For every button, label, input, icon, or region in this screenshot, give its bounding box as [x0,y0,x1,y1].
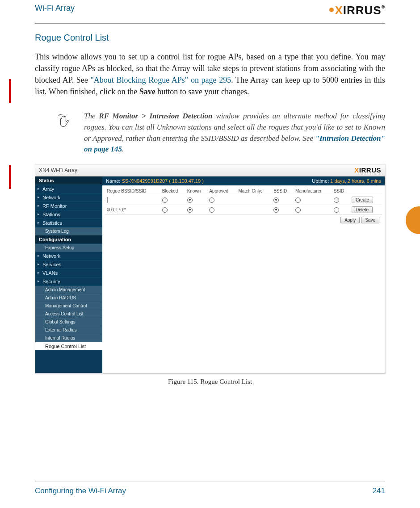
nav-current-rogue-control-list[interactable]: Rogue Control List [35,342,102,350]
nav-sub-internal-radius[interactable]: Internal Radius [35,334,102,342]
col-blocked: Blocked [160,187,185,195]
footer-section: Configuring the Wi-Fi Array [35,487,126,495]
nav-item-array[interactable]: Array [35,185,102,193]
nav-sub-admin-radius[interactable]: Admin RADIUS [35,294,102,302]
figure-caption: Figure 115. Rogue Control List [35,378,385,386]
embedded-screenshot: XN4 Wi-Fi Array XIRRUS Status Array Netw… [35,164,385,374]
window-titlebar: XN4 Wi-Fi Array XIRRUS [35,164,385,176]
bssid-input[interactable] [107,197,108,203]
uptime-value: 1 days, 2 hours, 6 mins [330,178,381,184]
nav-item-rf-monitor[interactable]: RF Monitor [35,202,102,210]
nav-item-network-cfg[interactable]: Network [35,252,102,260]
note-block: The RF Monitor > Intrusion Detection win… [57,111,385,155]
radio-blocked[interactable] [162,197,168,203]
radio-match-ssid[interactable] [334,197,339,203]
radio-match-bssid[interactable] [273,207,279,213]
nav-sub-express-setup[interactable]: Express Setup [35,244,102,252]
col-known: Known [185,187,208,195]
radio-blocked[interactable] [162,207,168,213]
radio-match-manufacturer[interactable] [295,207,301,213]
radio-match-ssid[interactable] [334,207,339,213]
col-ssid: SSID [332,187,350,195]
nav-heading-configuration: Configuration [35,235,102,244]
radio-known[interactable] [187,197,193,203]
radio-match-manufacturer[interactable] [295,197,301,203]
create-button[interactable]: Create [352,197,373,203]
main-panel: Name: SS-XN0429091D207 ( 10.100.47.19 ) … [102,176,385,373]
save-keyword: Save [139,87,155,96]
name-value: SS-XN0429091D207 ( 10.100.47.19 ) [122,178,203,184]
table-row: 00:0f:7d:* Delete [105,205,382,214]
window-title: XN4 Wi-Fi Array [39,167,77,173]
footer-page-number: 241 [373,487,385,495]
nav-item-services[interactable]: Services [35,260,102,269]
nav-sub-external-radius[interactable]: External Radius [35,326,102,334]
uptime-label: Uptime: [312,178,329,184]
rogue-table: Rogue BSSID/SSID Blocked Known Approved … [105,187,382,215]
save-button[interactable]: Save [361,217,379,223]
nav-sub-admin-management[interactable]: Admin Management [35,286,102,294]
apply-button[interactable]: Apply [340,217,360,223]
radio-match-bssid[interactable] [273,197,279,203]
side-tab-icon [406,206,420,234]
body-paragraph: This window allows you to set up a contr… [35,51,385,97]
col-bssid-ssid: Rogue BSSID/SSID [105,187,160,195]
bssid-cell: 00:0f:7d:* [105,205,160,214]
crossref-link[interactable]: "About Blocking Rogue APs" on page 295 [91,76,231,84]
col-approved: Approved [207,187,236,195]
nav-item-security[interactable]: Security [35,277,102,286]
nav-sub-global-settings[interactable]: Global Settings [35,318,102,326]
brand-logo: XIRRUS® [329,4,385,17]
radio-known[interactable] [187,207,193,213]
nav-item-network[interactable]: Network [35,193,102,202]
nav-item-stations[interactable]: Stations [35,210,102,219]
col-match-only: Match Only: [236,187,272,195]
hand-note-icon [57,111,75,155]
nav-item-vlans[interactable]: VLANs [35,269,102,277]
page-footer: Configuring the Wi-Fi Array 241 [35,482,385,495]
nav-sub-management-control[interactable]: Management Control [35,302,102,310]
page-header: Wi-Fi Array XIRRUS® [35,0,385,24]
nav-sub-access-control-list[interactable]: Access Control List [35,310,102,318]
table-row: Create [105,195,382,205]
name-label: Name: [106,178,120,184]
col-manufacturer: Manufacturer [294,187,332,195]
product-line: Wi-Fi Array [35,4,75,13]
col-bssid: BSSID [272,187,294,195]
nav-heading-status: Status [35,176,102,185]
brand-logo-small: XIRRUS [354,166,381,174]
nav-item-statistics[interactable]: Statistics [35,219,102,227]
note-text: The RF Monitor > Intrusion Detection win… [84,111,385,155]
change-bar [9,165,11,189]
section-heading: Rogue Control List [35,33,385,43]
status-bar: Name: SS-XN0429091D207 ( 10.100.47.19 ) … [102,176,385,185]
nav-sub-system-log[interactable]: System Log [35,227,102,235]
left-nav: Status Array Network RF Monitor Stations… [35,176,102,373]
delete-button[interactable]: Delete [352,206,373,213]
radio-approved[interactable] [209,197,214,203]
radio-approved[interactable] [209,207,214,213]
change-bar [9,79,11,103]
